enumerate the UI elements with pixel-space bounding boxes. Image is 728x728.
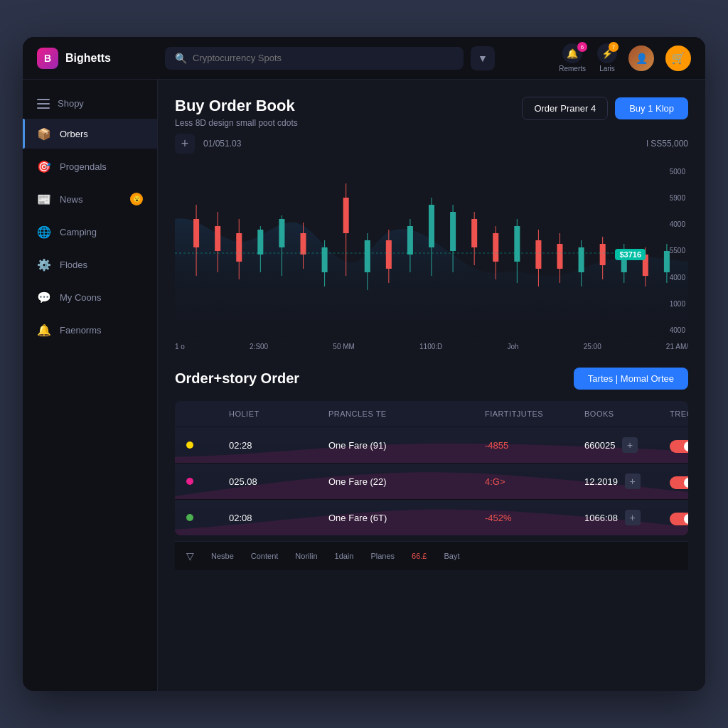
promodals-label: Progendals [60, 161, 107, 172]
time-7: 21 AM/ [666, 343, 688, 350]
svg-rect-29 [493, 233, 498, 262]
app-window: B Bighetts 🔍 ▼ 🔔 Remerts 6 ⚡ Laris 7 👤 🛒 [23, 37, 705, 691]
order-section: Order+story Order Tartes | Momal Ortee H… [175, 368, 688, 570]
time-2: 2:S00 [250, 343, 268, 350]
table-row: 02:08 One Fare (6T) -452% 1066:08 + 9:09 [175, 500, 688, 535]
chart-title: Buy Order Book [175, 97, 298, 115]
mycoins-label: My Coons [60, 292, 102, 303]
row3-toggle-btn[interactable] [670, 513, 688, 525]
search-bar: 🔍 [165, 47, 464, 70]
remerts-badge: 6 [577, 42, 587, 52]
sidebar-item-camping[interactable]: 🌐 Camping [23, 217, 157, 247]
svg-rect-3 [215, 226, 220, 251]
table-row: 02:28 One Fare (91) -4855 660025 + 4:02 [175, 427, 688, 464]
tartes-button[interactable]: Tartes | Momal Ortee [574, 368, 688, 390]
sidebar-item-news[interactable]: 📰 News 😮 [23, 184, 157, 214]
hamburger-icon [37, 99, 50, 109]
order-praner-button[interactable]: Order Praner 4 [522, 97, 608, 120]
svg-rect-13 [322, 247, 328, 272]
laris-action[interactable]: ⚡ Laris 7 [597, 43, 617, 73]
row2-time: 025.08 [229, 476, 328, 487]
promodals-icon: 🎯 [37, 159, 51, 173]
logo-icon: B [37, 48, 58, 69]
th-prancles: Prancles te [328, 410, 485, 418]
orders-label: Orbers [60, 129, 88, 139]
price-labels: 5000 5900 4000 5500 4000 1000 4000 [646, 162, 688, 340]
faenorms-label: Faenorms [60, 325, 102, 336]
svg-rect-33 [535, 240, 541, 269]
candlestick-chart [175, 162, 688, 340]
chart-toolbar: + 01/051.03 l SS55,000 [175, 134, 688, 154]
filter-button[interactable]: ▼ [471, 46, 495, 70]
row3-dot [186, 514, 229, 521]
svg-rect-9 [279, 219, 284, 247]
user-avatar[interactable]: 👤 [628, 46, 654, 71]
svg-rect-27 [471, 219, 477, 247]
news-label: News [60, 194, 83, 205]
buy-klop-button[interactable]: Buy 1 Klop [615, 97, 688, 119]
chart-price-high: l SS55,000 [646, 139, 688, 149]
table-header: Holiet Prancles te Fiartitjutes Books Tr… [175, 401, 688, 427]
mycoins-icon: 💬 [37, 290, 51, 304]
orders-table: Holiet Prancles te Fiartitjutes Books Tr… [175, 401, 688, 535]
sidebar-item-faenorms[interactable]: 🔔 Faenorms [23, 315, 157, 345]
row2-plus-btn[interactable]: + [625, 473, 641, 489]
bottom-bar: ▽ Nesbe Content Norilin 1dain Planes 66.… [175, 541, 688, 570]
sidebar-item-flodes[interactable]: ⚙️ Flodes [23, 250, 157, 279]
row3-toggle: 9:09 [670, 510, 688, 525]
row3-plus-btn[interactable]: + [625, 510, 641, 525]
chart-section: Buy Order Book Less 8D design small poot… [175, 97, 688, 350]
price-label-2: 5900 [648, 194, 685, 202]
row1-toggle: 4:02 [670, 438, 688, 453]
row2-toggle-btn[interactable] [670, 476, 688, 489]
chart-title-group: Buy Order Book Less 8D design small poot… [175, 97, 298, 128]
row1-change: -4855 [485, 440, 584, 451]
row1-plus-btn[interactable]: + [622, 437, 638, 453]
chart-actions: Order Praner 4 Buy 1 Klop [522, 97, 688, 120]
app-name: Bighetts [65, 52, 111, 65]
sidebar-item-mycoins[interactable]: 💬 My Coons [23, 282, 157, 312]
time-1: 1 o [175, 343, 185, 350]
row3-books: 1066:08 + [584, 510, 670, 525]
main-layout: Shopy 📦 Orbers 🎯 Progendals 📰 News 😮 🌐 C… [23, 80, 705, 691]
bottom-bar-value: 66.£ [412, 552, 427, 560]
svg-rect-1 [193, 219, 199, 247]
row2-dot [186, 478, 229, 485]
sidebar-item-promodals[interactable]: 🎯 Progendals [23, 151, 157, 181]
logo-area: B Bighetts [37, 48, 165, 69]
chart-subtitle: Less 8D design small poot cdots [175, 118, 298, 128]
order-section-header: Order+story Order Tartes | Momal Ortee [175, 368, 688, 390]
row2-change: 4:G> [485, 476, 584, 487]
remerts-action[interactable]: 🔔 Remerts 6 [559, 43, 586, 73]
svg-rect-5 [236, 233, 242, 262]
add-button[interactable]: + [175, 134, 195, 154]
svg-rect-35 [557, 244, 562, 269]
chart-container: $3716 5000 5900 4000 5500 4000 1000 4000 [175, 162, 688, 340]
svg-rect-31 [514, 226, 520, 262]
row1-time: 02:28 [229, 440, 328, 451]
flodes-icon: ⚙️ [37, 257, 51, 272]
search-input[interactable] [193, 53, 454, 63]
price-label-6: 1000 [648, 300, 685, 308]
bottom-bar-norilin: Norilin [295, 552, 317, 560]
th-empty [186, 410, 229, 418]
flodes-label: Flodes [60, 259, 87, 270]
row1-toggle-btn[interactable] [670, 440, 688, 453]
bottom-bar-bayt: Bayt [444, 552, 460, 560]
sidebar: Shopy 📦 Orbers 🎯 Progendals 📰 News 😮 🌐 C… [23, 80, 158, 691]
table-row: 025.08 One Fare (22) 4:G> 12.2019 + a.00 [175, 464, 688, 500]
cart-avatar[interactable]: 🛒 [665, 46, 691, 71]
sidebar-item-orders[interactable]: 📦 Orbers [23, 119, 157, 149]
price-label-5: 4000 [648, 274, 685, 282]
price-label-7: 4000 [648, 326, 685, 334]
sidebar-menu-btn[interactable]: Shopy [23, 91, 157, 116]
order-section-title: Order+story Order [175, 370, 299, 387]
laris-badge: 7 [609, 42, 619, 52]
header: B Bighetts 🔍 ▼ 🔔 Remerts 6 ⚡ Laris 7 👤 🛒 [23, 37, 705, 80]
chart-header: Buy Order Book Less 8D design small poot… [175, 97, 688, 128]
time-4: 1100:D [419, 343, 442, 350]
laris-label: Laris [599, 65, 615, 73]
time-labels: 1 o 2:S00 50 MM 1100:D Joh 25:00 21 AM/ [175, 340, 688, 350]
faenorms-icon: 🔔 [37, 323, 51, 337]
row1-dot [186, 441, 229, 449]
